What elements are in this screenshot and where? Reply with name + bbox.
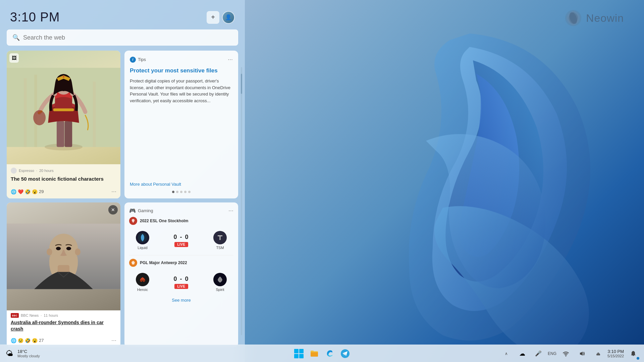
taskbar-weather-info: 18°C Mostly cloudy xyxy=(17,349,40,358)
search-icon: 🔍 xyxy=(12,34,20,41)
news-title[interactable]: Australia all-rounder Symonds dies in ca… xyxy=(11,319,116,332)
tournament-2-name: PGL Major Antwerp 2022 xyxy=(140,260,187,265)
match-divider xyxy=(129,255,233,255)
clock-display: 3:10 PM xyxy=(10,10,60,24)
mic-button[interactable]: 🎤 xyxy=(532,347,545,360)
clock-date-display[interactable]: 3:10 PM 5/15/2022 xyxy=(607,349,624,358)
card-fictional-footer: 🌐 ❤️ 🤣 😮 29 ··· xyxy=(7,188,120,198)
cloud-icon-button[interactable]: ☁ xyxy=(516,347,529,360)
taskbar-left: 🌤 18°C Mostly cloudy xyxy=(3,347,43,360)
gaming-menu-button[interactable]: ··· xyxy=(228,207,233,214)
usb-icon: ⏏ xyxy=(596,351,600,356)
notification-button[interactable] xyxy=(627,347,640,360)
user-avatar[interactable]: 👤 xyxy=(222,11,235,24)
svg-rect-8 xyxy=(65,121,72,147)
reaction-emoji-1: 🌐 xyxy=(11,189,16,194)
plus-icon: + xyxy=(211,13,215,21)
news-reaction-2: 😢 xyxy=(18,338,23,343)
news-reaction-3: 🤣 xyxy=(25,338,31,343)
dot-3 xyxy=(180,191,182,193)
taskbar-date: 5/15/2022 xyxy=(607,354,624,358)
personal-vault-link[interactable]: More about Personal Vault xyxy=(130,182,233,187)
news-reaction-count: 27 xyxy=(39,338,44,343)
usb-icon-button[interactable]: ⏏ xyxy=(591,347,605,360)
tips-menu-button[interactable]: ··· xyxy=(228,56,233,63)
card-pagination-dots xyxy=(130,191,233,193)
svg-point-19 xyxy=(75,249,80,256)
tournament-2-header: PGL Major Antwerp 2022 xyxy=(129,259,233,267)
svg-rect-7 xyxy=(57,121,64,147)
svg-rect-3 xyxy=(24,78,26,147)
match-liquid-tsm: Liquid 0 - 0 LIVE TSM xyxy=(129,229,233,252)
neowin-label: Neowin xyxy=(586,12,624,24)
widget-header: 3:10 PM + 👤 xyxy=(7,7,238,29)
card-news-symonds[interactable]: ✕ BBC BBC News · 11 hours Australia all-… xyxy=(7,202,120,347)
search-input[interactable] xyxy=(23,34,232,41)
dot-4 xyxy=(184,191,186,193)
edge-button[interactable] xyxy=(323,347,336,360)
weather-widget[interactable]: 🌤 xyxy=(3,347,16,360)
news-reactions: 🌐 😢 🤣 😮 27 xyxy=(11,338,44,343)
scroll-thumb xyxy=(241,74,242,94)
heroic-name: Heroic xyxy=(137,288,148,292)
tournament-1-name: 2022 ESL One Stockholm xyxy=(140,219,189,223)
file-explorer-button[interactable] xyxy=(308,347,321,360)
card-fictional-title[interactable]: The 50 most iconic fictional characters xyxy=(11,176,116,182)
see-more-button[interactable]: See more xyxy=(129,298,233,303)
chevron-up-button[interactable]: ∧ xyxy=(499,347,513,360)
svg-point-14 xyxy=(33,110,46,125)
cards-grid: 🖼 Espresso · 20 hours The 50 most iconic… xyxy=(7,51,238,347)
search-bar[interactable]: 🔍 xyxy=(7,29,238,46)
onedrive-icon: ☁ xyxy=(519,350,525,357)
tips-header: i Tips ··· xyxy=(130,56,233,63)
liquid-name: Liquid xyxy=(138,246,147,250)
telegram-icon xyxy=(340,349,350,358)
match-1-center: 0 - 0 LIVE xyxy=(173,234,189,247)
add-widget-button[interactable]: + xyxy=(207,11,219,24)
windows-logo-icon xyxy=(293,348,304,359)
pgl-logo xyxy=(129,259,137,267)
card-fictional-characters[interactable]: 🖼 Espresso · 20 hours The 50 most iconic… xyxy=(7,51,120,198)
time-ago: 20 hours xyxy=(39,169,54,173)
card-menu-button[interactable]: ··· xyxy=(111,188,116,195)
team-spirit: Spirit xyxy=(207,273,233,292)
telegram-button[interactable] xyxy=(338,347,352,360)
svg-rect-29 xyxy=(294,349,299,353)
card-gaming[interactable]: 🎮 Gaming ··· 2022 ESL One Stockholm xyxy=(124,202,238,347)
team-tsm: TSM xyxy=(207,231,233,250)
card-source: Espresso · 20 hours xyxy=(11,168,116,174)
card-news-image: ✕ xyxy=(7,202,120,310)
volume-button[interactable] xyxy=(575,347,589,360)
liquid-logo xyxy=(136,231,149,244)
tips-category: Tips xyxy=(138,57,146,62)
gaming-category: Gaming xyxy=(138,208,153,213)
volume-icon xyxy=(579,350,585,357)
heroic-logo xyxy=(136,273,149,286)
notification-icon xyxy=(630,350,637,357)
start-button[interactable] xyxy=(292,347,306,360)
gaming-header: 🎮 Gaming ··· xyxy=(129,207,233,214)
svg-rect-31 xyxy=(294,354,299,358)
tips-body: Protect digital copies of your passport,… xyxy=(130,78,233,178)
notification-badge xyxy=(637,357,639,360)
news-reaction-1: 🌐 xyxy=(11,338,16,343)
reaction-count: 29 xyxy=(39,189,44,194)
gaming-icon: 🎮 xyxy=(129,207,136,214)
news-menu-button[interactable]: ··· xyxy=(111,337,116,344)
card-tips[interactable]: i Tips ··· Protect your most sensitive f… xyxy=(124,51,238,198)
neowin-icon xyxy=(565,9,582,27)
scroll-indicator[interactable] xyxy=(241,67,242,335)
svg-rect-30 xyxy=(299,349,304,353)
svg-rect-4 xyxy=(34,75,37,147)
folder-icon xyxy=(310,349,319,358)
svg-point-18 xyxy=(47,249,52,256)
header-actions: + 👤 xyxy=(207,11,235,24)
tsm-name: TSM xyxy=(216,246,224,250)
weather-description: Mostly cloudy xyxy=(17,354,40,358)
wifi-button[interactable] xyxy=(559,347,573,360)
svg-rect-5 xyxy=(93,81,96,147)
match-2-live-badge: LIVE xyxy=(174,284,188,289)
match-heroic-spirit: Heroic 0 - 0 LIVE Spirit xyxy=(129,271,233,294)
taskbar-right: ∧ ☁ 🎤 ENG ⏏ 3:1 xyxy=(499,347,640,360)
source-name: Espresso xyxy=(19,169,34,173)
